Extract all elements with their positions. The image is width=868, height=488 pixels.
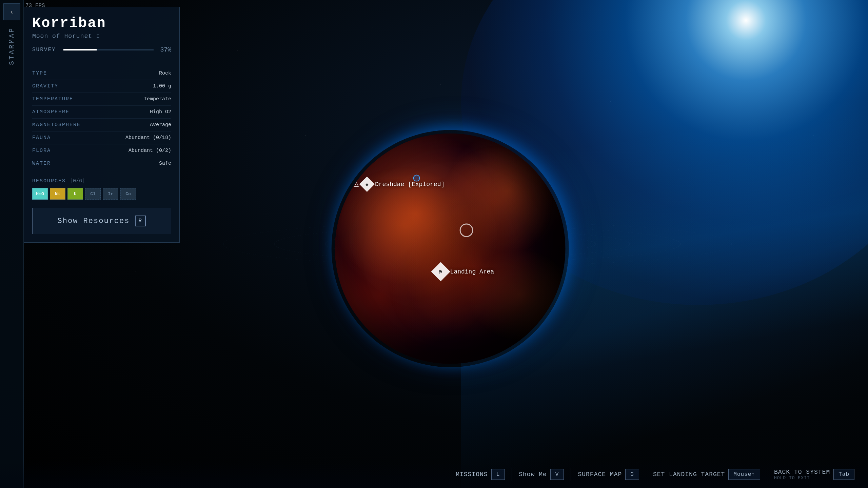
survey-bar xyxy=(63,49,154,50)
show-resources-label: Show Resources xyxy=(58,217,130,225)
hud-separator-2 xyxy=(571,468,571,481)
planet-atmosphere xyxy=(332,130,569,367)
stat-value: Temperate xyxy=(100,96,171,102)
back-to-system-sublabel: HOLD TO EXIT xyxy=(774,475,810,481)
show-resources-button[interactable]: Show Resources R xyxy=(32,208,171,234)
location-circle[interactable] xyxy=(459,223,473,237)
set-landing-target-key[interactable]: Mouse↑ xyxy=(728,469,760,480)
resource-abbr: Ir xyxy=(108,191,113,197)
info-panel: Korriban Moon of Horunet I SURVEY 37% TY… xyxy=(24,7,180,243)
resource-chip: H₂O xyxy=(32,188,48,200)
stat-value: Abundant (0/18) xyxy=(100,135,171,141)
stat-row: FAUNA Abundant (0/18) xyxy=(32,131,171,144)
survey-percent: 37% xyxy=(158,46,171,53)
planet-container: △ ◆ Dreshdae [Explored] Landing Area xyxy=(335,134,566,364)
resource-chip: U xyxy=(67,188,83,200)
resource-chip: Ni xyxy=(50,188,65,200)
hud-separator-1 xyxy=(512,468,512,481)
dreshdae-label: Dreshdae [Explored] xyxy=(375,181,445,187)
resource-abbr: U xyxy=(74,191,77,197)
landing-area-label: Landing Area xyxy=(450,268,494,275)
stat-label: FAUNA xyxy=(32,135,100,141)
stat-row: TEMPERATURE Temperate xyxy=(32,93,171,106)
hud-separator-4 xyxy=(767,468,767,481)
resource-abbr: Cl xyxy=(90,191,96,197)
resource-abbr: Co xyxy=(125,191,131,197)
surface-map-hud-item: SURFACE MAP G xyxy=(578,469,639,480)
stat-value: Safe xyxy=(100,161,171,166)
resource-abbr: Ni xyxy=(55,191,60,197)
ship-icon: △ xyxy=(354,180,359,189)
back-to-system-text: BACK TO SYSTEM HOLD TO EXIT xyxy=(774,469,830,481)
stat-row: ATMOSPHERE High O2 xyxy=(32,106,171,119)
flag-diamond-icon xyxy=(431,262,450,281)
stat-label: GRAVITY xyxy=(32,83,100,89)
stat-value: Average xyxy=(100,122,171,128)
resources-header: RESOURCES [0/6] xyxy=(32,178,171,184)
sidebar-toggle-button[interactable]: ‹ xyxy=(3,3,20,20)
set-landing-target-hud-item: SET LANDING TARGET Mouse↑ xyxy=(653,469,760,480)
stat-label: FLORA xyxy=(32,148,100,154)
stat-label: ATMOSPHERE xyxy=(32,109,100,115)
show-resources-key: R xyxy=(139,218,143,224)
stat-row: FLORA Abundant (0/2) xyxy=(32,144,171,157)
resource-chip: Co xyxy=(120,188,136,200)
planet-subtitle: Moon of Horunet I xyxy=(32,33,171,40)
stat-row: TYPE Rock xyxy=(32,67,171,80)
show-me-hud-item: Show Me V xyxy=(519,469,564,480)
survey-bar-fill xyxy=(63,49,97,50)
dreshdae-marker[interactable]: △ ◆ Dreshdae [Explored] xyxy=(354,179,445,189)
stat-label: MAGNETOSPHERE xyxy=(32,122,100,128)
resources-count: [0/6] xyxy=(70,178,85,184)
sidebar: ‹ STARMAP xyxy=(0,0,24,488)
planet-name: Korriban xyxy=(32,15,171,32)
stat-value: Abundant (0/2) xyxy=(100,148,171,154)
resource-chip: Ir xyxy=(103,188,118,200)
bottom-hud: MISSIONS L Show Me V SURFACE MAP G SET L… xyxy=(0,461,868,488)
missions-hud-item: MISSIONS L xyxy=(456,469,505,480)
surface-map-key[interactable]: G xyxy=(625,469,639,480)
stat-label: TYPE xyxy=(32,70,100,76)
resource-chip: Cl xyxy=(85,188,101,200)
resources-icons: H₂ONiUClIrCo xyxy=(32,188,171,200)
resource-abbr: H₂O xyxy=(36,191,44,197)
stat-row: GRAVITY 1.00 g xyxy=(32,80,171,93)
stat-value: Rock xyxy=(100,70,171,76)
set-landing-target-label: SET LANDING TARGET xyxy=(653,471,725,478)
show-resources-key-badge: R xyxy=(135,216,146,226)
back-to-system-hud-item: BACK TO SYSTEM HOLD TO EXIT Tab xyxy=(774,469,854,481)
back-to-system-key[interactable]: Tab xyxy=(833,469,854,480)
stat-value: 1.00 g xyxy=(100,83,171,89)
stat-value: High O2 xyxy=(100,109,171,115)
stats-table: TYPE Rock GRAVITY 1.00 g TEMPERATURE Tem… xyxy=(32,67,171,170)
stat-row: MAGNETOSPHERE Average xyxy=(32,119,171,131)
resources-label: RESOURCES xyxy=(32,178,66,184)
survey-label: SURVEY xyxy=(32,47,59,53)
surface-map-label: SURFACE MAP xyxy=(578,471,622,478)
survey-section: SURVEY 37% xyxy=(32,46,171,60)
stat-row: WATER Safe xyxy=(32,157,171,170)
resources-section: RESOURCES [0/6] H₂ONiUClIrCo xyxy=(32,178,171,200)
landing-area-marker[interactable]: Landing Area xyxy=(434,265,494,279)
hud-separator-3 xyxy=(646,468,646,481)
sidebar-label: STARMAP xyxy=(8,27,16,65)
missions-key[interactable]: L xyxy=(491,469,505,480)
show-me-key[interactable]: V xyxy=(550,469,564,480)
missions-label: MISSIONS xyxy=(456,471,488,478)
stat-label: WATER xyxy=(32,161,100,166)
stat-label: TEMPERATURE xyxy=(32,96,100,102)
back-to-system-label: BACK TO SYSTEM xyxy=(774,469,830,475)
location-diamond-icon: ◆ xyxy=(359,177,374,192)
show-me-label: Show Me xyxy=(519,471,547,478)
